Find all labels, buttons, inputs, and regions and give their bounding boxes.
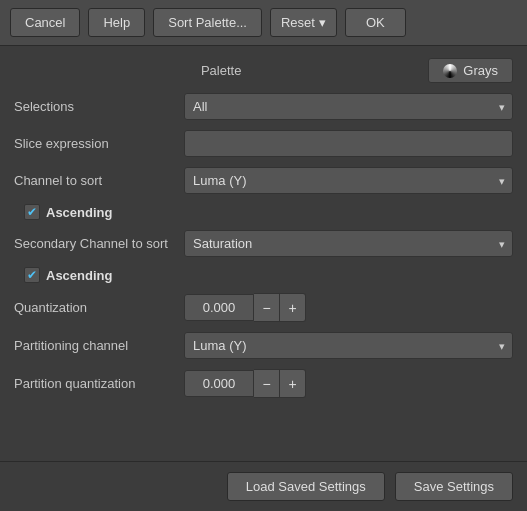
quantization-spinbox: 0.000 − +	[184, 293, 306, 322]
palette-label: Palette	[14, 63, 428, 78]
selections-label: Selections	[14, 99, 184, 114]
quantization-row: Quantization 0.000 − +	[14, 293, 513, 322]
ascending-1-checkbox[interactable]: ✔	[24, 204, 40, 220]
ascending-2-label: Ascending	[46, 268, 112, 283]
secondary-channel-label: Secondary Channel to sort	[14, 236, 184, 251]
quantization-label: Quantization	[14, 300, 184, 315]
palette-row: Palette Grays	[14, 58, 513, 83]
partitioning-channel-label: Partitioning channel	[14, 338, 184, 353]
ascending-1-row: ✔ Ascending	[14, 204, 513, 220]
partitioning-channel-select-wrap: Luma (Y) Saturation Hue Red Green Blue ▾	[184, 332, 513, 359]
partition-quantization-increment-button[interactable]: +	[280, 369, 306, 398]
chevron-down-icon: ▾	[319, 15, 326, 30]
sort-palette-button[interactable]: Sort Palette...	[153, 8, 262, 37]
cancel-button[interactable]: Cancel	[10, 8, 80, 37]
secondary-channel-select[interactable]: Saturation Luma (Y) Hue Red Green Blue	[184, 230, 513, 257]
quantization-increment-button[interactable]: +	[280, 293, 306, 322]
ascending-2-checkbox[interactable]: ✔	[24, 267, 40, 283]
partitioning-channel-row: Partitioning channel Luma (Y) Saturation…	[14, 332, 513, 359]
slice-expression-row: Slice expression	[14, 130, 513, 157]
slice-expression-input[interactable]	[184, 130, 513, 157]
toolbar: Cancel Help Sort Palette... Reset ▾ OK	[0, 0, 527, 46]
quantization-decrement-button[interactable]: −	[254, 293, 280, 322]
selections-select[interactable]: All Selected Unselected	[184, 93, 513, 120]
partition-quantization-label: Partition quantization	[14, 376, 184, 391]
ascending-2-row: ✔ Ascending	[14, 267, 513, 283]
partition-quantization-row: Partition quantization 0.000 − +	[14, 369, 513, 398]
channel-to-sort-select-wrap: Luma (Y) Saturation Hue Red Green Blue ▾	[184, 167, 513, 194]
ascending-1-label: Ascending	[46, 205, 112, 220]
partition-quantization-input[interactable]: 0.000	[184, 370, 254, 397]
channel-to-sort-label: Channel to sort	[14, 173, 184, 188]
save-settings-button[interactable]: Save Settings	[395, 472, 513, 501]
secondary-channel-row: Secondary Channel to sort Saturation Lum…	[14, 230, 513, 257]
ascending-2-checkmark: ✔	[27, 269, 37, 281]
partition-quantization-spinbox: 0.000 − +	[184, 369, 306, 398]
form-content: Palette Grays Selections All Selected Un…	[0, 46, 527, 461]
partition-quantization-decrement-button[interactable]: −	[254, 369, 280, 398]
selections-row: Selections All Selected Unselected ▾	[14, 93, 513, 120]
bottom-bar: Load Saved Settings Save Settings	[0, 461, 527, 511]
load-settings-button[interactable]: Load Saved Settings	[227, 472, 385, 501]
partitioning-channel-select[interactable]: Luma (Y) Saturation Hue Red Green Blue	[184, 332, 513, 359]
channel-to-sort-row: Channel to sort Luma (Y) Saturation Hue …	[14, 167, 513, 194]
palette-button[interactable]: Grays	[428, 58, 513, 83]
channel-to-sort-select[interactable]: Luma (Y) Saturation Hue Red Green Blue	[184, 167, 513, 194]
reset-label: Reset	[281, 15, 315, 30]
secondary-channel-select-wrap: Saturation Luma (Y) Hue Red Green Blue ▾	[184, 230, 513, 257]
ok-button[interactable]: OK	[345, 8, 406, 37]
reset-button[interactable]: Reset ▾	[270, 8, 337, 37]
ascending-1-checkmark: ✔	[27, 206, 37, 218]
slice-expression-label: Slice expression	[14, 136, 184, 151]
help-button[interactable]: Help	[88, 8, 145, 37]
quantization-input[interactable]: 0.000	[184, 294, 254, 321]
palette-icon	[443, 64, 457, 78]
selections-select-wrap: All Selected Unselected ▾	[184, 93, 513, 120]
palette-value: Grays	[463, 63, 498, 78]
